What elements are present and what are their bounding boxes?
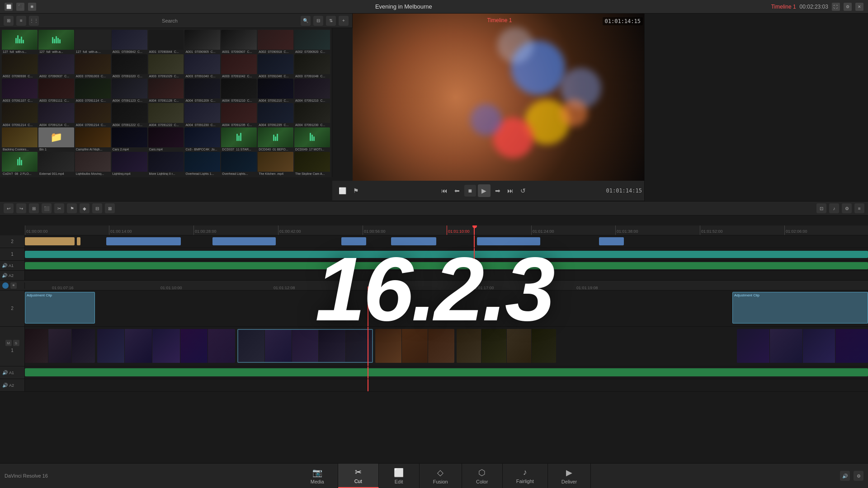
- list-item[interactable]: A004_07091222_C...: [148, 103, 184, 127]
- list-item[interactable]: More Lighting II r...: [148, 152, 184, 175]
- list-item[interactable]: A003_07091046_C...: [258, 54, 293, 78]
- nav-fusion[interactable]: ◇ Fusion: [420, 464, 462, 488]
- go-to-start-btn[interactable]: ⏮: [439, 185, 450, 196]
- nav-color[interactable]: ⬡ Color: [462, 464, 503, 488]
- list-item[interactable]: A001_07090844_C...: [148, 30, 184, 53]
- list-item[interactable]: A004_07091214_C...: [38, 103, 74, 127]
- clip[interactable]: [25, 237, 75, 245]
- list-item[interactable]: A002_07090937_C...: [38, 54, 74, 78]
- loop-btn[interactable]: ↺: [518, 185, 528, 196]
- sort-btn[interactable]: ⇅: [326, 16, 336, 26]
- list-item[interactable]: A004_07091235_C...: [221, 103, 257, 127]
- list-item[interactable]: A003_07091107_C...: [2, 79, 38, 102]
- list-item[interactable]: Overhead Lights 1...: [184, 152, 220, 175]
- more-btn[interactable]: ≡: [854, 203, 864, 213]
- list-item[interactable]: A004_07091210_C...: [258, 79, 293, 102]
- step-back-btn[interactable]: ⬅: [452, 185, 462, 196]
- top-bar-icon-2[interactable]: ⬛: [16, 3, 24, 11]
- zoom-btn[interactable]: ⊡: [816, 203, 826, 213]
- marker-btn[interactable]: ◆: [80, 203, 90, 213]
- list-item[interactable]: A001_07090907_C...: [221, 30, 257, 53]
- video-clip-5[interactable]: [457, 329, 556, 363]
- link-btn[interactable]: ⬛: [42, 203, 52, 213]
- list-item[interactable]: Overhead Lights...: [221, 152, 257, 175]
- list-item[interactable]: CoDV7_08_2 FLO...: [2, 152, 38, 175]
- list-item[interactable]: A004_07091222_C...: [112, 103, 147, 127]
- clip[interactable]: [391, 237, 436, 245]
- flag-btn[interactable]: ⚑: [350, 185, 361, 196]
- list-item[interactable]: Lightbulbs Moving...: [75, 152, 111, 175]
- step-forward-btn[interactable]: ➡: [492, 185, 503, 196]
- go-to-end-btn[interactable]: ⏭: [505, 185, 516, 196]
- inspector-btn[interactable]: ⬜: [337, 185, 348, 196]
- list-item[interactable]: DCD040_01 BEFO...: [258, 127, 293, 151]
- list-item[interactable]: A002_07090920_C...: [294, 30, 330, 53]
- list-item[interactable]: Co3 - BMPCC4K_Jo...: [184, 127, 220, 151]
- settings-icon[interactable]: ⚙: [844, 3, 852, 11]
- bottom-settings-btn[interactable]: ⚙: [854, 471, 863, 481]
- list-item[interactable]: External 001.mp4: [38, 152, 74, 175]
- video-clip-4[interactable]: [375, 329, 454, 363]
- bin-folder[interactable]: 📁 Bin 1: [38, 127, 74, 151]
- video-clip-6[interactable]: [737, 329, 868, 363]
- list-item[interactable]: A002_07090918_C...: [258, 30, 293, 53]
- video-clip-2[interactable]: [97, 329, 235, 363]
- nav-cut[interactable]: ✂ Cut: [338, 464, 379, 488]
- metadata-view-btn[interactable]: ⋮⋮: [29, 16, 39, 26]
- list-item[interactable]: The Kitchen .mp4: [258, 152, 293, 175]
- zoomed-a1-clip[interactable]: [25, 368, 868, 376]
- list-item[interactable]: A004_07091230_C...: [294, 103, 330, 127]
- list-item[interactable]: A004_07091210_C...: [294, 79, 330, 102]
- top-bar-icon-3[interactable]: ✱: [28, 3, 36, 11]
- new-bin-btn[interactable]: +: [339, 16, 349, 26]
- fullscreen-icon[interactable]: ⛶: [832, 3, 840, 11]
- flag-btn[interactable]: ⚑: [67, 203, 77, 213]
- zoom-control[interactable]: ≡: [10, 282, 17, 289]
- overwrite-btn[interactable]: ⊠: [105, 203, 115, 213]
- list-item[interactable]: A004_07091214_C...: [75, 103, 111, 127]
- list-item[interactable]: A003_07091003_C...: [75, 54, 111, 78]
- clip[interactable]: [106, 237, 181, 245]
- video-clip-3[interactable]: [237, 329, 373, 363]
- top-bar-icon-1[interactable]: ⬜: [5, 3, 13, 11]
- list-item[interactable]: A004_07091123_C...: [112, 79, 147, 102]
- list-item[interactable]: A003_07091040_C...: [184, 54, 220, 78]
- insert-btn[interactable]: ⊟: [92, 203, 102, 213]
- list-item[interactable]: A004_07091214_C...: [2, 103, 38, 127]
- adjustment-clip-2[interactable]: Adjustment Clip: [732, 292, 868, 324]
- list-item[interactable]: A004_07091209_C...: [184, 79, 220, 102]
- nav-media[interactable]: 📷 Media: [297, 464, 338, 488]
- list-item[interactable]: DCD037_11 STAR...: [221, 127, 257, 151]
- v1-main-clip[interactable]: [25, 251, 868, 258]
- nav-deliver[interactable]: ▶ Deliver: [548, 464, 591, 488]
- list-item[interactable]: A003_07091020_C...: [112, 54, 147, 78]
- clip[interactable]: [599, 237, 624, 245]
- undo-btn[interactable]: ↩: [4, 203, 14, 213]
- clip[interactable]: [477, 237, 540, 245]
- list-item[interactable]: A003_07091048_C...: [294, 54, 330, 78]
- list-item[interactable]: Campfire At Nigh...: [75, 127, 111, 151]
- mute-btn[interactable]: M: [5, 340, 12, 346]
- list-item[interactable]: Cars 2.mp4: [112, 127, 147, 151]
- clip[interactable]: [341, 237, 366, 245]
- filter-btn[interactable]: ⊟: [313, 16, 323, 26]
- adjustment-clip[interactable]: Adjustment Clip: [25, 292, 95, 324]
- list-item[interactable]: 127_full_with-a...: [38, 30, 74, 53]
- list-item[interactable]: A004_07091235_C...: [258, 103, 293, 127]
- redo-btn[interactable]: ↪: [16, 203, 26, 213]
- play-btn[interactable]: ▶: [478, 184, 491, 197]
- list-item[interactable]: A004_07091210_C...: [221, 79, 257, 102]
- list-item[interactable]: A004_07091128_C...: [148, 79, 184, 102]
- a1-clip[interactable]: [25, 262, 868, 269]
- list-item[interactable]: A003_07091111_C...: [38, 79, 74, 102]
- list-item[interactable]: DCD049_17 MOTI...: [294, 127, 330, 151]
- snapping-btn[interactable]: ⊞: [29, 203, 39, 213]
- audio-btn[interactable]: ♪: [829, 203, 839, 213]
- stop-btn[interactable]: ■: [464, 185, 476, 197]
- list-item[interactable]: A002_07090936_C...: [2, 54, 38, 78]
- nav-edit[interactable]: ⬜ Edit: [379, 464, 420, 488]
- list-view-btn[interactable]: ≡: [16, 16, 26, 26]
- blade-btn[interactable]: ✂: [54, 203, 64, 213]
- list-item[interactable]: A004_07091230_C...: [184, 103, 220, 127]
- list-item[interactable]: A001_07090842_C...: [112, 30, 147, 53]
